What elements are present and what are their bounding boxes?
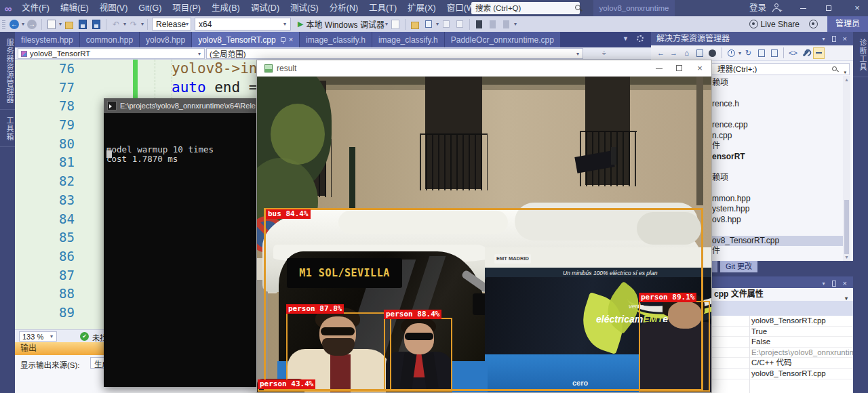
- bookmark-icon[interactable]: [473, 18, 486, 30]
- home-icon[interactable]: ⌂: [681, 47, 692, 59]
- editor-tab[interactable]: image_classify.h ×: [372, 32, 444, 47]
- pending-changes-filter-icon[interactable]: [726, 47, 737, 59]
- vertical-tab[interactable]: 服务器资源管理器: [0, 32, 15, 110]
- editor-zoom-dropdown[interactable]: 133 %▾: [19, 331, 57, 342]
- nest-files-icon[interactable]: [755, 47, 767, 59]
- menu-item[interactable]: Git(G): [133, 0, 167, 16]
- refresh-icon[interactable]: ↻: [743, 47, 754, 59]
- menu-item[interactable]: 视图(V): [94, 0, 134, 16]
- menu-item[interactable]: 文件(F): [16, 0, 55, 16]
- maximize-button[interactable]: [669, 60, 690, 77]
- filter-dropdown-icon[interactable]: ▾: [738, 50, 741, 56]
- feedback-icon[interactable]: [809, 20, 818, 28]
- console-title-bar[interactable]: E:\projects\yolov8_onnxruntime\x64\Rele: [104, 98, 258, 113]
- pin-icon[interactable]: [832, 36, 836, 42]
- scope-dropdown[interactable]: yolov8_TensorRT▾: [18, 48, 205, 59]
- vertical-tab[interactable]: 工具箱: [0, 110, 15, 147]
- bookmark-prev-icon[interactable]: [487, 18, 499, 30]
- close-panel-icon[interactable]: ×: [843, 279, 847, 287]
- find-in-files-icon[interactable]: [409, 18, 421, 30]
- back-icon[interactable]: ←: [655, 47, 667, 59]
- editor-tab[interactable]: image_classify.h ×: [300, 32, 372, 47]
- bookmark-next-icon[interactable]: [500, 18, 513, 30]
- close-button[interactable]: ×: [848, 0, 867, 16]
- chevron-down-icon[interactable]: ▾: [823, 281, 825, 287]
- solution-platform-dropdown[interactable]: x64▾: [195, 18, 291, 30]
- save-all-icon[interactable]: [90, 18, 102, 30]
- close-panel-icon[interactable]: ×: [843, 35, 847, 43]
- tab-overflow-icon[interactable]: ▼: [623, 35, 629, 42]
- copy-path-icon[interactable]: [768, 47, 780, 59]
- document-health-icon[interactable]: ✔: [80, 332, 89, 341]
- editor-tab[interactable]: yolov8_TensorRT.cpp ×: [192, 32, 299, 47]
- new-file-dropdown-icon[interactable]: ▾: [59, 21, 62, 27]
- menu-item[interactable]: 编辑(E): [55, 0, 94, 16]
- menu-item[interactable]: 项目(P): [167, 0, 206, 16]
- image-icon: [264, 64, 273, 73]
- menu-item[interactable]: 扩展(X): [402, 0, 441, 16]
- navigate-back-icon[interactable]: ←: [8, 18, 20, 30]
- chevron-down-icon[interactable]: ▾: [823, 36, 825, 42]
- undo-dropdown-icon[interactable]: ▾: [123, 21, 126, 27]
- quick-search-input[interactable]: 搜索 (Ctrl+Q): [471, 2, 580, 14]
- minimize-button[interactable]: [649, 60, 669, 77]
- hot-reload-icon[interactable]: [389, 18, 401, 30]
- solution-configuration-dropdown[interactable]: Release▾: [152, 18, 191, 30]
- menu-item[interactable]: 测试(S): [285, 0, 324, 16]
- maximize-button[interactable]: [819, 0, 838, 16]
- vertical-tab[interactable]: 诊断工具: [853, 32, 868, 77]
- solution-scrollbar[interactable]: ▲ ▼: [843, 76, 850, 261]
- navigate-forward-icon[interactable]: →: [26, 18, 38, 30]
- editor-tab[interactable]: filesystem.hpp ×: [15, 32, 79, 47]
- layout-dropdown-icon[interactable]: ▾: [436, 21, 439, 27]
- preview-icon[interactable]: [707, 47, 718, 59]
- split-editor-icon[interactable]: ÷: [602, 49, 606, 57]
- outline2-icon[interactable]: [454, 18, 466, 30]
- window-layout-icon[interactable]: [422, 18, 435, 30]
- forward-icon[interactable]: →: [668, 47, 679, 59]
- properties-icon[interactable]: [800, 47, 812, 59]
- outline-icon[interactable]: [440, 18, 452, 30]
- close-button[interactable]: ×: [690, 60, 710, 77]
- undo-icon[interactable]: ↶: [110, 18, 122, 30]
- redo-dropdown-icon[interactable]: ▾: [141, 21, 144, 27]
- pin-icon[interactable]: [832, 281, 836, 287]
- member-dropdown[interactable]: (全局范围)▾: [206, 48, 583, 59]
- editor-tab[interactable]: PaddleOcr_onnxruntime.cpp ×: [445, 32, 560, 47]
- scroll-down-icon[interactable]: ▼: [844, 255, 849, 260]
- toolbar-grip[interactable]: [2, 19, 5, 29]
- editor-tab[interactable]: yolov8.hpp ×: [140, 32, 191, 47]
- switch-views-icon[interactable]: [694, 47, 705, 59]
- menu-item[interactable]: 工具(T): [363, 0, 402, 16]
- live-share-button[interactable]: Live Share: [761, 20, 800, 29]
- bookmark-dropdown-icon[interactable]: ▾: [514, 21, 517, 27]
- scrollbar-thumb[interactable]: [844, 200, 849, 254]
- result-title-bar[interactable]: result ×: [257, 60, 711, 77]
- menu-item[interactable]: 调试(D): [245, 0, 285, 16]
- solution-name-badge[interactable]: yolov8_onnxruntime: [593, 0, 675, 16]
- redo-icon[interactable]: ↷: [127, 18, 140, 30]
- minimize-button[interactable]: [793, 0, 812, 16]
- editor-tab[interactable]: common.hpp ×: [80, 32, 139, 47]
- sign-in-link[interactable]: 登录: [749, 0, 766, 16]
- view-code-icon[interactable]: <>: [787, 47, 799, 59]
- start-debugging-button[interactable]: ▶ 本地 Windows 调试器 ▾: [298, 18, 389, 30]
- console-window[interactable]: E:\projects\yolov8_onnxruntime\x64\Rele …: [104, 98, 258, 387]
- scroll-up-icon[interactable]: ▲: [844, 77, 849, 82]
- vs-logo-icon: ∞: [0, 3, 16, 14]
- account-icon[interactable]: +: [772, 3, 781, 13]
- menu-item[interactable]: 生成(B): [206, 0, 245, 16]
- result-window[interactable]: result ×: [256, 60, 712, 393]
- live-share-icon: [749, 20, 758, 28]
- menu-item[interactable]: 分析(N): [324, 0, 363, 16]
- open-file-icon[interactable]: [63, 18, 75, 30]
- save-icon[interactable]: [77, 18, 89, 30]
- close-tab-icon[interactable]: ×: [289, 36, 293, 43]
- git-changes-tab[interactable]: Git 更改: [720, 261, 757, 272]
- tab-options-icon[interactable]: [637, 35, 644, 42]
- pin-icon[interactable]: [281, 37, 285, 42]
- console-body[interactable]: model warmup 10 timescost 1.7870 ms: [104, 113, 258, 387]
- back-dropdown-icon[interactable]: ▾: [22, 21, 24, 27]
- new-file-icon[interactable]: [45, 18, 58, 30]
- collapse-all-icon[interactable]: [813, 47, 825, 59]
